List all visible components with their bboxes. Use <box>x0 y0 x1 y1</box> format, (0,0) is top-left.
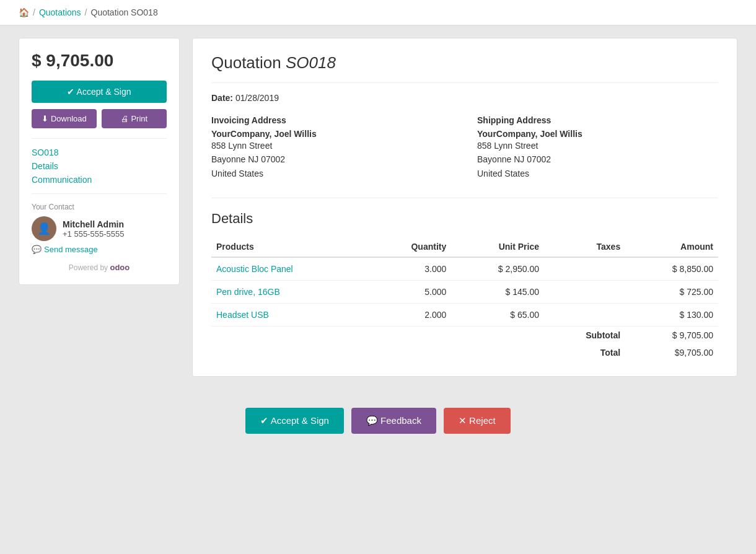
print-button[interactable]: 🖨 Print <box>102 109 167 128</box>
subtotal-value: $ 9,705.00 <box>625 327 718 345</box>
contact-section: Your Contact 👤 Mitchell Admin +1 555-555… <box>32 193 167 254</box>
contact-label: Your Contact <box>32 203 167 211</box>
details-heading: Details <box>211 211 718 227</box>
shipping-address-street: 858 Lynn Street <box>477 139 718 152</box>
col-unit-price: Unit Price <box>451 237 544 257</box>
product-link[interactable]: Acoustic Bloc Panel <box>216 264 293 274</box>
quantity-cell: 3.000 <box>369 257 452 281</box>
table-row: Acoustic Bloc Panel 3.000 $ 2,950.00 $ 8… <box>211 257 718 281</box>
col-products: Products <box>211 237 369 257</box>
contact-info: 👤 Mitchell Admin +1 555-555-5555 <box>32 216 167 241</box>
main-container: $ 9,705.00 ✔ Accept & Sign ⬇ Download 🖨 … <box>0 25 756 389</box>
breadcrumb: 🏠 / Quotations / Quotation SO018 <box>0 0 756 25</box>
breadcrumb-separator: / <box>33 7 35 17</box>
sidebar-item-so018[interactable]: SO018 <box>32 147 167 157</box>
amount-cell: $ 130.00 <box>625 304 718 327</box>
taxes-cell <box>544 257 625 281</box>
quantity-cell: 5.000 <box>369 281 452 304</box>
sidebar: $ 9,705.00 ✔ Accept & Sign ⬇ Download 🖨 … <box>19 38 180 285</box>
col-quantity: Quantity <box>369 237 452 257</box>
shipping-address-name: YourCompany, Joel Willis <box>477 129 718 139</box>
bottom-feedback-button[interactable]: 💬 Feedback <box>351 408 436 434</box>
subtotal-row: Subtotal $ 9,705.00 <box>211 327 718 345</box>
amount-cell: $ 725.00 <box>625 281 718 304</box>
unit-price-cell: $ 2,950.00 <box>451 257 544 281</box>
breadcrumb-separator-2: / <box>85 7 87 17</box>
amount-cell: $ 8,850.00 <box>625 257 718 281</box>
addresses: Invoicing Address YourCompany, Joel Will… <box>211 115 718 180</box>
invoicing-address-street: 858 Lynn Street <box>211 139 452 152</box>
quantity-cell: 2.000 <box>369 304 452 327</box>
quotation-title-text: Quotation <box>211 53 281 72</box>
sidebar-item-communication[interactable]: Communication <box>32 175 167 185</box>
powered-by: Powered by odoo <box>32 263 167 272</box>
unit-price-cell: $ 145.00 <box>451 281 544 304</box>
table-row: Headset USB 2.000 $ 65.00 $ 130.00 <box>211 304 718 327</box>
date-label: Date: <box>211 93 233 103</box>
quotation-title: Quotation SO018 <box>211 53 718 83</box>
unit-price-cell: $ 65.00 <box>451 304 544 327</box>
quotation-id: SO018 <box>286 53 336 72</box>
action-buttons-row: ⬇ Download 🖨 Print <box>32 109 167 128</box>
odoo-logo: odoo <box>110 263 130 272</box>
sidebar-nav: SO018 Details Communication <box>32 138 167 185</box>
sidebar-amount: $ 9,705.00 <box>32 51 167 71</box>
contact-details: Mitchell Admin +1 555-555-5555 <box>63 219 124 239</box>
invoicing-address-label: Invoicing Address <box>211 115 452 125</box>
taxes-cell <box>544 304 625 327</box>
product-link[interactable]: Pen drive, 16GB <box>216 287 280 297</box>
contact-name: Mitchell Admin <box>63 219 124 229</box>
products-table: Products Quantity Unit Price Taxes Amoun… <box>211 237 718 361</box>
total-label: Total <box>544 344 625 361</box>
avatar: 👤 <box>32 216 56 241</box>
sidebar-item-details[interactable]: Details <box>32 161 167 171</box>
message-icon: 💬 <box>32 245 42 254</box>
content-panel: Quotation SO018 Date: 01/28/2019 Invoici… <box>192 38 737 377</box>
shipping-address-block: Shipping Address YourCompany, Joel Willi… <box>477 115 718 180</box>
contact-phone: +1 555-555-5555 <box>63 229 124 239</box>
invoicing-address-city: Bayonne NJ 07002 <box>211 152 452 166</box>
send-message-label: Send message <box>44 245 98 254</box>
details-section: Details Products Quantity Unit Price Tax… <box>211 198 718 361</box>
date-line: Date: 01/28/2019 <box>211 93 718 103</box>
powered-by-label: Powered by <box>69 263 108 272</box>
shipping-address-city: Bayonne NJ 07002 <box>477 152 718 166</box>
bottom-accept-sign-button[interactable]: ✔ Accept & Sign <box>245 408 344 434</box>
total-value: $9,705.00 <box>625 344 718 361</box>
total-row: Total $9,705.00 <box>211 344 718 361</box>
invoicing-address-country: United States <box>211 167 452 180</box>
col-taxes: Taxes <box>544 237 625 257</box>
product-link[interactable]: Headset USB <box>216 310 269 320</box>
shipping-address-country: United States <box>477 167 718 180</box>
bottom-reject-button[interactable]: ✕ Reject <box>444 408 511 434</box>
breadcrumb-quotations-link[interactable]: Quotations <box>39 7 81 17</box>
home-icon[interactable]: 🏠 <box>19 7 29 17</box>
send-message-link[interactable]: 💬 Send message <box>32 245 167 254</box>
table-row: Pen drive, 16GB 5.000 $ 145.00 $ 725.00 <box>211 281 718 304</box>
date-value: 01/28/2019 <box>235 93 279 103</box>
table-header-row: Products Quantity Unit Price Taxes Amoun… <box>211 237 718 257</box>
bottom-bar: ✔ Accept & Sign 💬 Feedback ✕ Reject <box>0 395 756 446</box>
accept-sign-button[interactable]: ✔ Accept & Sign <box>32 81 167 103</box>
download-button[interactable]: ⬇ Download <box>32 109 97 128</box>
col-amount: Amount <box>625 237 718 257</box>
shipping-address-label: Shipping Address <box>477 115 718 125</box>
subtotal-label: Subtotal <box>544 327 625 345</box>
breadcrumb-current: Quotation SO018 <box>91 7 158 17</box>
invoicing-address-block: Invoicing Address YourCompany, Joel Will… <box>211 115 452 180</box>
taxes-cell <box>544 281 625 304</box>
invoicing-address-name: YourCompany, Joel Willis <box>211 129 452 139</box>
